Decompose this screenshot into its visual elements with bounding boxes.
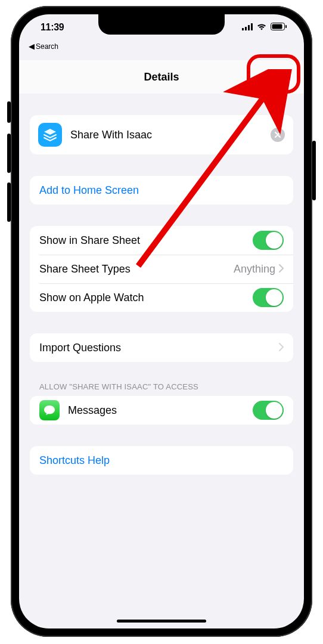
nav-bar: Details Done <box>19 60 304 94</box>
content: Share With Isaac Add to Home Screen Show… <box>19 115 304 475</box>
shortcut-name-group: Share With Isaac <box>30 115 293 154</box>
access-group: Messages <box>30 396 293 425</box>
done-button[interactable]: Done <box>264 71 291 83</box>
wifi-icon <box>256 22 267 33</box>
add-to-home-screen-label: Add to Home Screen <box>39 184 284 197</box>
chevron-right-icon <box>279 343 284 353</box>
access-section-header: ALLOW "SHARE WITH ISAAC" TO ACCESS <box>39 382 293 391</box>
phone-frame: 11:39 ◀ Search Details Done <box>11 6 312 637</box>
shortcuts-help-row[interactable]: Shortcuts Help <box>30 446 293 475</box>
shortcut-name-row[interactable]: Share With Isaac <box>30 115 293 154</box>
status-icons <box>242 22 287 33</box>
add-to-home-screen-row[interactable]: Add to Home Screen <box>30 176 293 205</box>
svg-rect-0 <box>242 28 244 30</box>
show-on-apple-watch-label: Show on Apple Watch <box>39 292 253 304</box>
share-sheet-types-label: Share Sheet Types <box>39 263 234 275</box>
home-screen-group: Add to Home Screen <box>30 176 293 205</box>
share-settings-group: Show in Share Sheet Share Sheet Types An… <box>30 226 293 312</box>
show-in-share-sheet-row: Show in Share Sheet <box>30 226 293 255</box>
shortcuts-help-label: Shortcuts Help <box>39 454 284 467</box>
svg-rect-6 <box>285 25 287 28</box>
messages-label: Messages <box>68 404 253 417</box>
show-in-share-sheet-label: Show in Share Sheet <box>39 234 253 247</box>
show-on-apple-watch-row: Show on Apple Watch <box>30 283 293 312</box>
chevron-right-icon <box>279 264 284 274</box>
import-questions-label: Import Questions <box>39 342 279 354</box>
import-questions-group: Import Questions <box>30 333 293 362</box>
show-in-share-sheet-toggle[interactable] <box>253 231 284 250</box>
shortcut-icon <box>38 123 62 147</box>
help-group: Shortcuts Help <box>30 446 293 475</box>
status-time: 11:39 <box>41 22 64 33</box>
phone-side-button <box>312 141 316 200</box>
messages-access-row: Messages <box>30 396 293 425</box>
cellular-icon <box>242 22 253 33</box>
import-questions-row[interactable]: Import Questions <box>30 333 293 362</box>
home-indicator[interactable] <box>117 620 206 623</box>
svg-rect-3 <box>251 23 253 30</box>
svg-rect-2 <box>248 25 250 30</box>
battery-icon <box>271 22 287 33</box>
show-on-apple-watch-toggle[interactable] <box>253 288 284 307</box>
messages-app-icon <box>39 400 60 420</box>
shortcut-name: Share With Isaac <box>70 129 271 141</box>
notch <box>98 14 225 35</box>
svg-rect-5 <box>272 24 282 29</box>
share-sheet-types-value: Anything <box>234 263 275 275</box>
back-to-search[interactable]: ◀ Search <box>19 41 304 55</box>
screen: 11:39 ◀ Search Details Done <box>19 14 304 628</box>
page-title: Details <box>144 71 179 83</box>
clear-name-button[interactable] <box>271 128 285 142</box>
back-label: Search <box>36 42 58 51</box>
messages-access-toggle[interactable] <box>253 401 284 420</box>
back-arrow-icon: ◀ <box>29 42 35 51</box>
svg-rect-1 <box>245 27 247 30</box>
share-sheet-types-row[interactable]: Share Sheet Types Anything <box>30 255 293 283</box>
